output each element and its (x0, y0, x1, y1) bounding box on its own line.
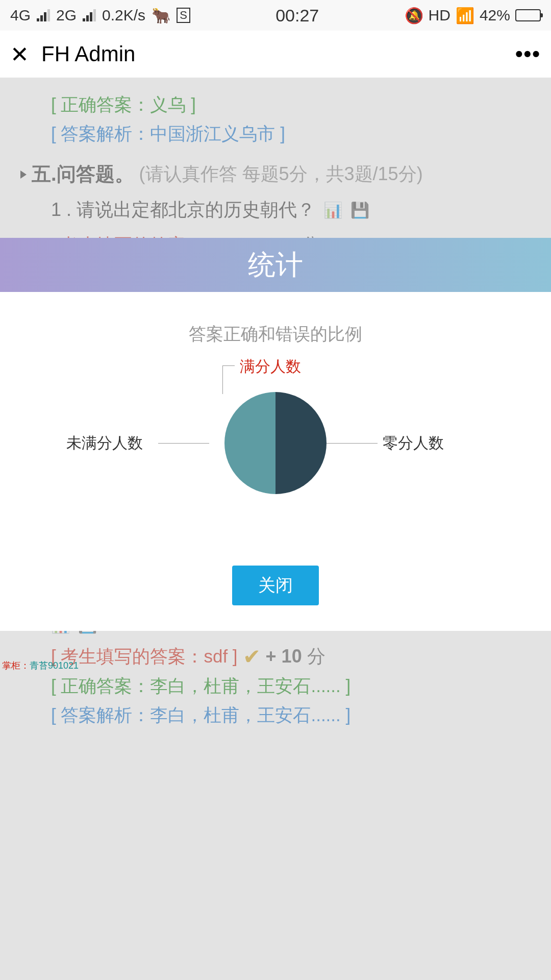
battery-icon (515, 9, 541, 21)
square-s-icon: S (177, 8, 190, 23)
status-left: 4G 2G 0.2K/s 🐂 S (10, 7, 190, 24)
watermark: 掌柜：青苔901021 (2, 659, 79, 672)
signal-bars-icon (37, 9, 50, 21)
more-icon[interactable]: ••• (515, 42, 541, 66)
network-4g-label: 4G (10, 7, 31, 24)
signal-bars-icon-2 (83, 9, 96, 21)
app-title: FH Admin (41, 42, 135, 66)
modal-title: 统计 (248, 247, 303, 284)
pie-chart: 满分人数 零分人数 未满分人数 (15, 361, 536, 525)
battery-pct: 42% (480, 7, 510, 24)
stats-modal: 统计 答案正确和错误的比例 满分人数 零分人数 未满分人数 关闭 (0, 238, 551, 631)
network-speed: 0.2K/s (102, 7, 145, 24)
hd-label: HD (429, 7, 450, 24)
close-button[interactable]: 关闭 (232, 566, 319, 605)
status-right: 🔕 HD 📶 42% (405, 7, 541, 24)
modal-header: 统计 (0, 238, 551, 292)
modal-body: 答案正确和错误的比例 满分人数 零分人数 未满分人数 关闭 (0, 292, 551, 631)
mute-icon: 🔕 (405, 7, 423, 24)
app-bar: ✕ FH Admin ••• (0, 31, 551, 78)
wifi-icon: 📶 (456, 7, 474, 24)
status-bar: 4G 2G 0.2K/s 🐂 S 00:27 🔕 HD 📶 42% (0, 0, 551, 31)
chart-title: 答案正确和错误的比例 (15, 323, 536, 346)
pie-label-full: 满分人数 (240, 356, 301, 377)
clock: 00:27 (276, 6, 319, 26)
close-icon[interactable]: ✕ (10, 41, 29, 67)
pie-circle (224, 392, 327, 494)
bull-icon: 🐂 (152, 7, 170, 24)
pie-label-partial: 未满分人数 (66, 433, 143, 454)
pie-label-zero: 零分人数 (383, 433, 444, 454)
network-2g-label: 2G (56, 7, 77, 24)
